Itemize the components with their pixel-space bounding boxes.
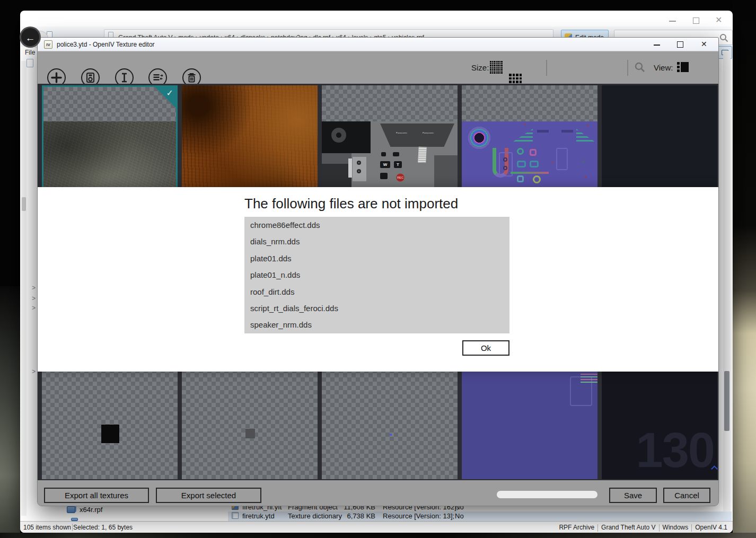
list-scrollbar[interactable]: [723, 51, 731, 516]
grid-cell: [501, 72, 503, 74]
normalmap-ring: [517, 148, 524, 155]
size-label: Size:: [471, 63, 489, 72]
close-icon[interactable]: ✕: [701, 40, 707, 48]
status-selection: Selected: 1, 65 bytes: [73, 524, 133, 531]
save-button[interactable]: Save: [609, 488, 657, 503]
status-archive-type: RPF Archive: [559, 524, 594, 531]
status-items-shown: 105 items shown: [23, 524, 71, 531]
tree-expander-icon[interactable]: >: [32, 295, 36, 302]
grid-cell: [490, 72, 491, 74]
search-icon[interactable]: [635, 62, 645, 73]
maximize-icon[interactable]: [677, 41, 683, 48]
rpf-archive-icon: [67, 506, 75, 513]
grid-cell: [497, 65, 499, 66]
grid-cell: [501, 65, 503, 66]
file-size: 6,738 KB: [334, 512, 375, 520]
view-label: View:: [654, 63, 673, 72]
faint-text-mark: [537, 130, 549, 133]
normalmap-ring: [533, 175, 541, 183]
grid-cell: [490, 65, 491, 66]
list-scrollbar-thumb[interactable]: [724, 371, 729, 431]
tree-expander-icon[interactable]: >: [32, 284, 36, 292]
grid-cell: [509, 81, 512, 83]
grid-cell: [509, 77, 512, 80]
grid-cell: [516, 74, 518, 76]
file-row-selected[interactable]: firetruk.ytd Texture dictionary 6,738 KB…: [228, 511, 732, 521]
tree-scrollbar[interactable]: [21, 61, 27, 516]
minimize-icon[interactable]: [654, 45, 660, 46]
editor-title-bar[interactable]: IV police3.ytd - OpenIV Texture editor ✕: [38, 38, 719, 51]
grid-cell: [492, 63, 494, 65]
grid-cell: [497, 72, 499, 74]
gray-square: [245, 429, 255, 438]
normalmap-dot: [503, 157, 507, 162]
grid-cell: [494, 70, 495, 72]
grid-cell: [520, 81, 522, 83]
scrollbar-thumb-horizontal[interactable]: [497, 491, 597, 498]
grid-cell: [492, 65, 494, 66]
close-icon[interactable]: ✕: [715, 15, 722, 25]
knob: [357, 161, 361, 165]
small-key: [393, 152, 399, 156]
editor-footer: Export all textures Export selected Save…: [38, 480, 719, 506]
grid-cell: [513, 74, 515, 76]
status-divider: [72, 524, 73, 531]
faint-rect: [570, 376, 592, 406]
normalmap-rect: [517, 161, 526, 167]
grid-cell: [499, 70, 501, 72]
grid-cell: [496, 72, 497, 74]
grid-cell: [499, 68, 501, 70]
desktop-background-right: [733, 0, 756, 538]
small-key: [380, 173, 388, 179]
maximize-icon[interactable]: [693, 17, 699, 24]
grid-cell: [516, 81, 518, 83]
dashboard-strip: [322, 153, 351, 164]
dialog-file-item: plate01.dds: [244, 250, 509, 267]
grid-cell: [496, 63, 497, 65]
status-right-group: RPF ArchiveGrand Theft Auto VWindowsOpen…: [559, 524, 727, 532]
texture-file-icon: [232, 512, 239, 519]
export-all-button[interactable]: Export all textures: [44, 488, 149, 503]
grid-cell: [497, 63, 499, 65]
export-selected-button[interactable]: Export selected: [156, 488, 261, 503]
status-platform: Windows: [663, 524, 689, 531]
grid-cell: [496, 67, 497, 68]
grid-cell: [501, 70, 503, 72]
cancel-button[interactable]: Cancel: [663, 488, 710, 503]
grid-cell: [497, 70, 499, 72]
dot: [524, 124, 526, 125]
grid-cell: [492, 70, 494, 72]
dialog-file-item: plate01_n.dds: [244, 267, 509, 283]
grid-cell: [501, 68, 503, 70]
dialog-file-item: chrome86effect.dds: [244, 217, 509, 233]
tree-scrollbar-thumb[interactable]: [22, 197, 26, 211]
grid-cell: [497, 61, 499, 63]
normalmap-rect: [530, 161, 539, 167]
tree-expander-icon[interactable]: >: [32, 304, 36, 312]
grid-cell: [490, 63, 491, 65]
key-t: T: [394, 161, 402, 168]
dialog-file-item: roof_dirt.dds: [244, 284, 509, 300]
back-button[interactable]: ←: [20, 27, 41, 48]
grid-cell: [494, 65, 495, 66]
view-option-details[interactable]: [677, 61, 689, 73]
menu-file[interactable]: File: [25, 49, 35, 56]
dialog-file-item: dials_nrm.dds: [244, 233, 509, 250]
grid-cell: [492, 67, 494, 68]
dashboard-strip-dark: [322, 164, 351, 187]
grid-cell: [492, 61, 494, 63]
new-document-icon[interactable]: [27, 59, 33, 67]
tree-item-x64r[interactable]: x64r.rpf: [67, 506, 226, 515]
grid-cell: [490, 68, 491, 70]
big-number-label: 130: [636, 422, 715, 478]
dialog-file-item: script_rt_dials_feroci.dds: [244, 300, 509, 316]
size-option-smallest[interactable]: [490, 61, 503, 74]
ok-button[interactable]: Ok: [462, 340, 509, 356]
tree-item-label: x64r.rpf: [80, 506, 102, 514]
key-w: W: [380, 161, 390, 168]
minimize-icon[interactable]: [669, 21, 676, 22]
faint-rect: [556, 148, 568, 170]
tree-expander-icon[interactable]: >: [32, 368, 36, 375]
search-icon: [719, 33, 728, 42]
checkmark-icon: ✓: [166, 88, 173, 98]
